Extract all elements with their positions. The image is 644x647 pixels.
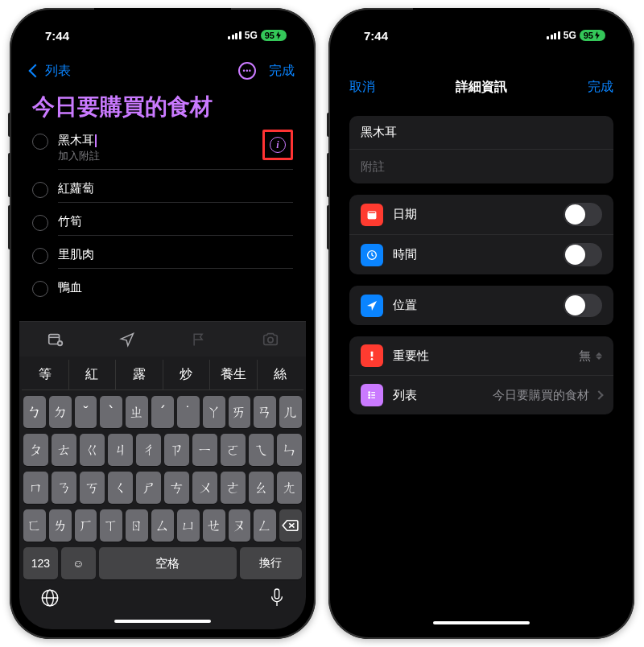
key[interactable]: ㄍ — [80, 434, 105, 466]
key[interactable]: ˋ — [100, 396, 122, 428]
date-toggle[interactable] — [564, 203, 602, 226]
back-label: 列表 — [45, 63, 71, 80]
checkbox-icon[interactable] — [32, 182, 48, 198]
key[interactable]: ㄜ — [221, 472, 246, 504]
key[interactable]: ㄞ — [229, 396, 251, 428]
key[interactable]: ㄐ — [108, 434, 133, 466]
key[interactable]: ㄉ — [49, 396, 72, 428]
key[interactable]: ㄚ — [203, 396, 225, 428]
time-row[interactable]: 時間 — [349, 235, 613, 274]
calendar-acc-button[interactable] — [19, 322, 91, 356]
location-row[interactable]: 位置 — [349, 286, 613, 325]
suggestion[interactable]: 炒 — [163, 360, 211, 389]
key[interactable]: ˙ — [177, 396, 200, 428]
key[interactable]: ㄗ — [164, 434, 189, 466]
list-icon — [361, 384, 383, 406]
key[interactable]: ㄋ — [52, 472, 76, 504]
key[interactable]: ㄡ — [229, 509, 251, 542]
key[interactable]: ㄒ — [100, 509, 122, 542]
title-field[interactable]: 黑木耳 — [349, 116, 613, 150]
numkey-button[interactable]: 123 — [23, 547, 58, 579]
list-row[interactable]: 列表 今日要購買的食材 — [349, 376, 613, 414]
key[interactable]: ㄘ — [164, 472, 189, 504]
home-indicator[interactable] — [114, 620, 211, 623]
key[interactable]: ㄇ — [23, 472, 48, 504]
key[interactable]: ㄣ — [277, 434, 302, 466]
key[interactable]: ㄈ — [23, 509, 46, 542]
back-button[interactable]: 列表 — [31, 63, 71, 80]
suggestion[interactable]: 絲 — [258, 360, 304, 389]
flag-acc-button[interactable] — [163, 322, 234, 356]
emoji-button[interactable]: ☺ — [61, 547, 96, 579]
space-key[interactable]: 空格 — [99, 547, 237, 579]
key[interactable]: ㄨ — [192, 472, 217, 504]
key[interactable]: ㄕ — [136, 472, 161, 504]
return-key[interactable]: 換行 — [240, 547, 302, 579]
checkbox-icon[interactable] — [32, 215, 48, 231]
cell-label: 時間 — [393, 247, 564, 262]
key[interactable]: ˇ — [75, 396, 97, 428]
key[interactable]: ㄩ — [177, 509, 200, 542]
key[interactable]: ㄠ — [249, 472, 274, 504]
key[interactable]: ㄛ — [221, 434, 246, 466]
nav-title: 詳細資訊 — [338, 79, 625, 96]
cancel-button[interactable]: 取消 — [349, 79, 375, 96]
globe-icon[interactable] — [39, 587, 60, 612]
location-acc-button[interactable] — [91, 322, 163, 356]
key[interactable]: ㄔ — [136, 434, 161, 466]
key[interactable]: ㄝ — [203, 509, 225, 542]
done-button[interactable]: 完成 — [588, 79, 613, 96]
key[interactable]: ㄓ — [126, 396, 148, 428]
list-item[interactable]: 黑木耳 加入附註 i — [29, 127, 296, 175]
key[interactable]: ㄤ — [277, 472, 302, 504]
svg-point-5 — [267, 337, 272, 342]
date-row[interactable]: 日期 — [349, 195, 613, 235]
key[interactable]: ˊ — [151, 396, 174, 428]
svg-point-20 — [369, 392, 370, 394]
checkbox-icon[interactable] — [32, 134, 48, 150]
key[interactable]: ㄧ — [192, 434, 217, 466]
list-item[interactable]: 里肌肉 — [29, 241, 296, 274]
checkbox-icon[interactable] — [32, 281, 48, 297]
key[interactable]: ㄎ — [80, 472, 105, 504]
more-icon[interactable] — [238, 62, 256, 80]
priority-row[interactable]: 重要性 無 — [349, 336, 613, 376]
key[interactable]: ㄦ — [279, 396, 302, 428]
page-title: 今日要購買的食材 — [19, 89, 306, 127]
cell-label: 日期 — [393, 207, 564, 222]
key[interactable]: ㄟ — [249, 434, 274, 466]
key[interactable]: ㄅ — [23, 396, 46, 428]
key[interactable]: ㄑ — [108, 472, 133, 504]
key[interactable]: ㄥ — [254, 509, 276, 542]
camera-acc-button[interactable] — [234, 322, 306, 356]
suggestion[interactable]: 等 — [22, 360, 69, 389]
location-toggle[interactable] — [564, 294, 602, 317]
key[interactable]: ㄏ — [75, 509, 97, 542]
time-toggle[interactable] — [564, 243, 602, 266]
suggestion[interactable]: 露 — [116, 360, 163, 389]
done-button[interactable]: 完成 — [269, 63, 295, 80]
home-indicator[interactable] — [433, 621, 530, 624]
key[interactable]: ㄆ — [23, 434, 48, 466]
checkbox-icon[interactable] — [32, 248, 48, 264]
suggestion[interactable]: 養生 — [210, 360, 258, 389]
key[interactable]: ㄖ — [126, 509, 148, 542]
list-item[interactable]: 鴨血 — [29, 274, 296, 307]
notes-field[interactable]: 附註 — [349, 150, 613, 183]
keyboard: 等 紅 露 炒 養生 絲 ㄅㄉˇˋㄓˊ˙ㄚㄞㄢㄦ ㄆㄊㄍㄐㄔㄗㄧㄛㄟㄣ ㄇㄋㄎㄑ… — [19, 356, 306, 629]
chevron-left-icon — [29, 64, 43, 78]
mic-icon[interactable] — [268, 587, 286, 612]
delete-key[interactable] — [279, 509, 302, 542]
key[interactable]: ㄢ — [254, 396, 276, 428]
list-item[interactable]: 竹筍 — [29, 208, 296, 241]
key[interactable]: ㄊ — [52, 434, 76, 466]
item-note-placeholder[interactable]: 加入附註 — [58, 149, 100, 163]
list-item[interactable]: 紅蘿蔔 — [29, 175, 296, 208]
status-time: 7:44 — [45, 29, 69, 43]
reminders-list: 黑木耳 加入附註 i 紅蘿蔔 竹筍 里肌肉 — [19, 127, 306, 321]
item-title[interactable]: 黑木耳 — [58, 133, 100, 148]
suggestion[interactable]: 紅 — [69, 360, 117, 389]
key[interactable]: ㄌ — [49, 509, 72, 542]
info-icon[interactable]: i — [270, 137, 286, 153]
key[interactable]: ㄙ — [151, 509, 174, 542]
